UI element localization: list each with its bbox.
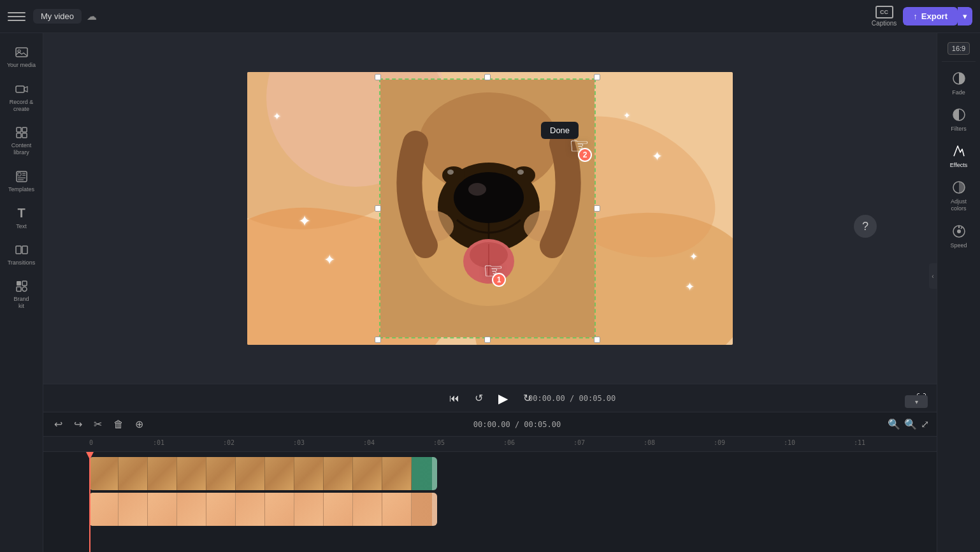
zoom-out-button[interactable]: 🔍: [888, 418, 900, 430]
ruler-mark-1: :01: [153, 439, 164, 446]
track-thumb-1: [89, 457, 119, 490]
svg-point-28: [442, 166, 465, 184]
templates-label: Templates: [8, 186, 34, 193]
animation-track[interactable]: [89, 493, 437, 526]
video-track[interactable]: [89, 457, 437, 490]
fade-label: Fade: [952, 89, 965, 96]
video-background: ✦ ✦ ✦ ✦ ✦ ✦ ✦: [247, 72, 733, 345]
cursor-hand-2: ☞ 2: [569, 133, 589, 159]
export-dropdown-button[interactable]: ▾: [958, 7, 972, 25]
right-tool-effects[interactable]: Effects: [937, 137, 980, 173]
dog-clip-container: [379, 78, 596, 338]
sparkle-6: ✦: [689, 251, 698, 263]
time-display: 00:00.00 / 00:05.00: [528, 394, 616, 403]
center-area: ✦ ✦ ✦ ✦ ✦ ✦ ✦: [43, 33, 937, 552]
sidebar-item-record-create[interactable]: Record &create: [0, 75, 43, 119]
ruler-mark-4: :04: [363, 439, 375, 446]
track-thumb-3: [148, 457, 177, 490]
ruler-mark-2: :02: [223, 439, 234, 446]
zoom-in-button[interactable]: 🔍: [904, 418, 917, 430]
sidebar-item-your-media[interactable]: Your media: [0, 38, 43, 75]
main-body: Your media Record &create Contentlibra: [0, 33, 980, 552]
done-label: Done: [550, 126, 570, 135]
topbar-right: CC Captions ↑ Export ▾: [872, 6, 972, 27]
timeline-time-text: 00:00.00 / 00:05.00: [473, 420, 561, 429]
text-icon: T: [14, 206, 29, 221]
dog-svg: [380, 80, 596, 338]
fit-timeline-button[interactable]: ⤢: [921, 418, 929, 430]
rewind-5s-button[interactable]: ↺: [472, 389, 486, 407]
svg-rect-0: [16, 48, 27, 57]
delete-button[interactable]: 🗑: [110, 417, 127, 432]
svg-rect-2: [16, 86, 24, 92]
track-thumb-11: [382, 457, 412, 490]
timeline-toolbar: ↩ ↪ ✂ 🗑 ⊕ 00:00.00 / 00:05.00 🔍 🔍 ⤢: [43, 412, 937, 437]
play-pause-button[interactable]: ▶: [496, 388, 510, 409]
svg-rect-8: [18, 173, 21, 176]
redo-button[interactable]: ↪: [71, 416, 85, 432]
svg-point-30: [447, 170, 454, 175]
duplicate-button[interactable]: ⊕: [132, 416, 147, 432]
adjust-colors-label: Adjustcolors: [951, 198, 967, 212]
anim-thumb-4: [177, 493, 206, 526]
project-title[interactable]: My video: [33, 9, 82, 24]
timeline-ruler: 0 :01 :02 :03 :04 :05 :06 :07 :08 :09 :1…: [43, 437, 937, 452]
right-tool-filters[interactable]: Filters: [937, 101, 980, 137]
cursor-hand-1: ☞ 1: [483, 258, 503, 284]
canvas-area[interactable]: ✦ ✦ ✦ ✦ ✦ ✦ ✦: [43, 33, 937, 384]
anim-track-handle-right[interactable]: [432, 493, 437, 526]
skip-back-button[interactable]: ⏮: [447, 390, 462, 407]
ruler-mark-5: :05: [433, 439, 445, 446]
playhead[interactable]: [89, 452, 90, 552]
svg-point-23: [454, 172, 524, 223]
svg-rect-4: [22, 127, 27, 132]
ruler-mark-7: :07: [573, 439, 585, 446]
aspect-ratio-button[interactable]: 16:9: [948, 42, 970, 55]
track-handle-right[interactable]: [432, 457, 437, 490]
sidebar-item-brand-kit[interactable]: Brandkit: [0, 272, 43, 316]
anim-thumb-7: [265, 493, 294, 526]
ruler-mark-6: :06: [503, 439, 515, 446]
sidebar-item-transitions[interactable]: Transitions: [0, 236, 43, 272]
time-separator: /: [570, 394, 574, 403]
chevron-down-icon: ▾: [915, 398, 918, 405]
video-preview[interactable]: ✦ ✦ ✦ ✦ ✦ ✦ ✦: [247, 72, 733, 345]
right-tool-fade[interactable]: Fade: [937, 64, 980, 101]
right-tool-speed[interactable]: Speed: [937, 217, 980, 254]
sidebar-collapse-button[interactable]: ‹: [929, 263, 937, 289]
help-chevron[interactable]: ▾: [905, 395, 928, 408]
undo-button[interactable]: ↩: [51, 416, 66, 432]
anim-thumb-9: [324, 493, 353, 526]
export-button[interactable]: ↑ Export: [903, 7, 958, 25]
captions-icon: CC: [876, 6, 893, 18]
right-tool-adjust-colors[interactable]: Adjustcolors: [937, 173, 980, 217]
sparkle-1: ✦: [273, 110, 281, 122]
record-create-icon: [14, 82, 29, 97]
track-thumb-10: [353, 457, 382, 490]
svg-rect-13: [16, 246, 21, 254]
zoom-controls: 🔍 🔍 ⤢: [888, 418, 929, 430]
timeline-time-display: 00:00.00 / 00:05.00: [152, 420, 883, 429]
svg-rect-3: [17, 127, 21, 132]
track-thumb-4: [177, 457, 206, 490]
cut-button[interactable]: ✂: [90, 416, 105, 432]
sparkle-5: ✦: [685, 280, 695, 294]
left-sidebar: Your media Record &create Contentlibra: [0, 33, 43, 552]
sidebar-item-templates[interactable]: Templates: [0, 163, 43, 200]
content-library-label: Contentlibrary: [11, 142, 32, 156]
adjust-colors-icon: [950, 178, 968, 196]
ruler-mark-9: :09: [714, 439, 725, 446]
help-button[interactable]: ?: [854, 215, 877, 238]
anim-thumb-10: [353, 493, 382, 526]
filters-icon: [950, 106, 968, 124]
right-sidebar: 16:9 Fade Filters: [937, 33, 980, 552]
svg-rect-16: [22, 281, 27, 286]
sidebar-item-text[interactable]: T Text: [0, 200, 43, 236]
svg-rect-5: [17, 133, 21, 138]
menu-icon[interactable]: [8, 8, 25, 25]
svg-point-29: [512, 166, 535, 184]
cloud-save-icon[interactable]: ☁: [87, 10, 97, 22]
captions-button[interactable]: CC Captions: [872, 6, 897, 27]
track-thumb-7: [265, 457, 294, 490]
sidebar-item-content-library[interactable]: Contentlibrary: [0, 119, 43, 163]
